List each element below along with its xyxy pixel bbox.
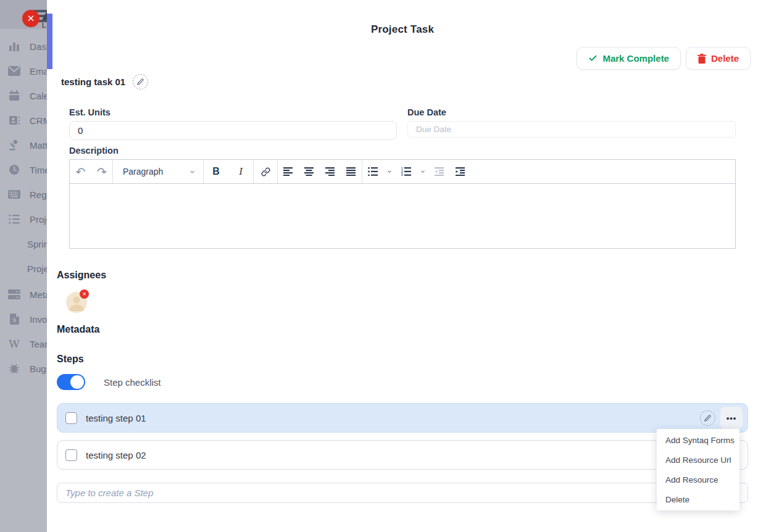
step-row-2[interactable]: testing step 02 xyxy=(57,440,748,470)
check-icon xyxy=(588,54,598,63)
invoice-icon: $ xyxy=(7,312,21,326)
step-2-label: testing step 02 xyxy=(86,450,146,460)
redo-icon[interactable]: ↷ xyxy=(91,160,112,183)
steps-heading: Steps xyxy=(57,354,84,365)
contact-card-icon xyxy=(7,114,21,127)
calendar-icon xyxy=(7,89,21,102)
due-date-input[interactable] xyxy=(407,121,736,138)
dashboard-icon xyxy=(7,39,21,53)
align-center-icon xyxy=(304,167,314,176)
chevron-down-icon xyxy=(189,168,196,175)
sidebar-item-sprints[interactable]: Sprints xyxy=(0,231,47,256)
step-row-1[interactable]: testing step 01 ••• xyxy=(57,403,748,433)
create-step-input[interactable] xyxy=(57,483,748,503)
indent-icon xyxy=(456,167,465,176)
bug-icon xyxy=(7,362,21,375)
assignee-avatar[interactable]: ✕ xyxy=(66,292,87,313)
link-icon xyxy=(261,167,270,177)
align-left-icon xyxy=(283,167,293,176)
link-button[interactable] xyxy=(254,160,277,183)
step-1-checkbox[interactable] xyxy=(65,412,77,424)
edit-task-name-button[interactable] xyxy=(133,74,148,89)
remove-assignee-icon[interactable]: ✕ xyxy=(80,289,89,299)
sidebar-item-registers[interactable]: Registers xyxy=(0,182,47,207)
step-options-menu: Add Syntaq Forms Add Resource Url Add Re… xyxy=(657,429,739,510)
scrollbar-thumb[interactable] xyxy=(47,14,52,69)
menu-item-delete[interactable]: Delete xyxy=(657,489,739,509)
step-checklist-toggle[interactable] xyxy=(57,374,85,390)
outdent-button xyxy=(429,160,450,183)
metadata-heading: Metadata xyxy=(57,324,99,335)
sidebar-item-bugs[interactable]: Bugs xyxy=(0,356,47,381)
sidebar-item-matters[interactable]: Matters xyxy=(0,133,47,157)
sidebar-item-calendar[interactable]: Calendar xyxy=(0,83,47,108)
est-units-input[interactable] xyxy=(69,121,397,140)
task-name: testing task 01 xyxy=(61,77,125,87)
sidebar-item-projects[interactable]: Projects xyxy=(0,207,47,231)
keyboard-icon xyxy=(7,188,21,201)
due-date-label: Due Date xyxy=(407,107,446,117)
sidebar-item-projects-sub[interactable]: Projects xyxy=(0,256,47,281)
step-2-checkbox[interactable] xyxy=(65,449,77,461)
bullet-list-icon xyxy=(368,167,378,176)
close-icon: ✕ xyxy=(27,13,35,24)
project-task-modal: Project Task Mark Complete Delete testin… xyxy=(47,0,758,532)
bullet-list-chevron-icon[interactable] xyxy=(383,160,396,183)
description-editor: ↶ ↷ Paragraph B I 123 xyxy=(69,159,736,249)
align-left-button[interactable] xyxy=(278,160,299,183)
page-title: Project Task xyxy=(47,23,758,36)
menu-item-add-resource[interactable]: Add Resource xyxy=(657,470,739,489)
sidebar-item-email[interactable]: Email xyxy=(0,59,47,83)
numbered-list-button[interactable]: 123 xyxy=(396,160,417,183)
clock-icon xyxy=(7,163,21,177)
mark-complete-button[interactable]: Mark Complete xyxy=(577,47,681,70)
sidebar-item-invoices[interactable]: $ Invoices xyxy=(0,307,47,331)
numbered-list-icon: 123 xyxy=(401,167,411,176)
task-name-row: testing task 01 xyxy=(61,74,148,89)
svg-text:3: 3 xyxy=(401,173,403,176)
align-justify-button[interactable] xyxy=(341,160,362,183)
svg-text:1: 1 xyxy=(401,167,403,170)
menu-item-add-syntaq-forms[interactable]: Add Syntaq Forms xyxy=(657,430,739,450)
editor-toolbar: ↶ ↷ Paragraph B I 123 xyxy=(70,160,735,184)
italic-button[interactable]: I xyxy=(228,160,253,183)
menu-item-add-resource-url[interactable]: Add Resource Url xyxy=(657,450,739,470)
numbered-list-chevron-icon[interactable] xyxy=(417,160,429,183)
description-editor-body[interactable] xyxy=(70,184,735,248)
modal-actions: Mark Complete Delete xyxy=(577,47,751,70)
align-center-button[interactable] xyxy=(299,160,320,183)
sidebar: Dashboard Email Calendar CRM Matters Tim… xyxy=(0,29,47,532)
close-sidebar-button[interactable]: ✕ xyxy=(22,10,40,27)
email-icon xyxy=(7,64,21,78)
sidebar-item-time[interactable]: Time xyxy=(0,157,47,182)
paragraph-format-select[interactable]: Paragraph xyxy=(113,160,203,183)
edit-step-button[interactable] xyxy=(700,410,715,426)
list-icon xyxy=(7,212,21,226)
ellipsis-icon: ••• xyxy=(727,414,737,423)
sidebar-item-metadata[interactable]: Metadata xyxy=(0,282,47,307)
w-icon: W xyxy=(7,337,21,351)
align-justify-icon xyxy=(346,167,356,176)
delete-button[interactable]: Delete xyxy=(686,47,751,70)
description-label: Description xyxy=(69,146,119,156)
pencil-icon xyxy=(704,415,711,422)
align-right-button[interactable] xyxy=(320,160,341,183)
assignees-heading: Assignees xyxy=(57,270,106,281)
gavel-icon xyxy=(7,138,21,152)
sidebar-item-dashboard[interactable]: Dashboard xyxy=(0,34,47,59)
step-options-button[interactable]: ••• xyxy=(720,407,743,429)
server-icon xyxy=(7,288,21,301)
sidebar-item-crm[interactable]: CRM xyxy=(0,108,47,133)
step-checklist-label: Step checklist xyxy=(104,377,161,388)
pencil-icon xyxy=(137,78,144,85)
step-1-label: testing step 01 xyxy=(86,413,146,423)
undo-icon[interactable]: ↶ xyxy=(70,160,91,183)
sidebar-item-teams[interactable]: W Teams xyxy=(0,331,47,356)
bold-button[interactable]: B xyxy=(204,160,228,183)
bullet-list-button[interactable] xyxy=(362,160,383,183)
svg-text:$: $ xyxy=(12,317,15,323)
align-right-icon xyxy=(325,167,335,176)
trash-icon xyxy=(698,54,706,64)
indent-button[interactable] xyxy=(450,160,471,183)
outdent-icon xyxy=(435,167,444,176)
